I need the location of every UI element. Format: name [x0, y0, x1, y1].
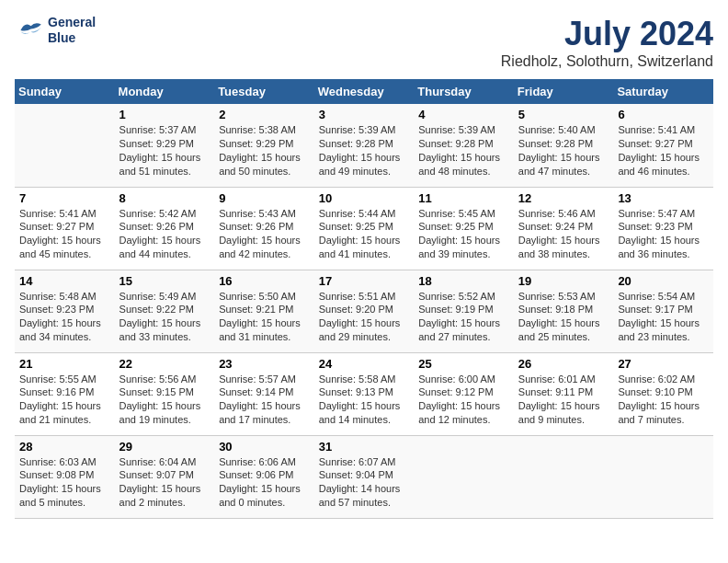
day-number: 21 — [19, 357, 110, 371]
day-number: 23 — [219, 357, 310, 371]
day-info: Sunrise: 5:39 AM Sunset: 9:28 PM Dayligh… — [319, 123, 410, 178]
day-number: 30 — [219, 440, 310, 454]
calendar-cell: 29Sunrise: 6:04 AM Sunset: 9:07 PM Dayli… — [115, 435, 215, 518]
day-info: Sunrise: 6:02 AM Sunset: 9:10 PM Dayligh… — [618, 373, 709, 427]
logo-icon — [15, 16, 44, 45]
main-title: July 2024 — [501, 15, 713, 53]
header-day: Tuesday — [214, 79, 314, 104]
header-row: SundayMondayTuesdayWednesdayThursdayFrid… — [15, 79, 713, 104]
day-info: Sunrise: 5:48 AM Sunset: 9:23 PM Dayligh… — [19, 290, 110, 344]
calendar-cell — [613, 435, 713, 518]
day-number: 14 — [19, 274, 110, 288]
day-number: 24 — [319, 357, 410, 371]
day-info: Sunrise: 5:57 AM Sunset: 9:14 PM Dayligh… — [219, 373, 310, 427]
day-number: 9 — [219, 191, 310, 205]
week-row: 14Sunrise: 5:48 AM Sunset: 9:23 PM Dayli… — [15, 270, 713, 352]
day-info: Sunrise: 6:01 AM Sunset: 9:11 PM Dayligh… — [518, 373, 609, 427]
day-number: 12 — [518, 191, 609, 205]
subtitle: Riedholz, Solothurn, Switzerland — [501, 53, 713, 70]
calendar-cell: 11Sunrise: 5:45 AM Sunset: 9:25 PM Dayli… — [414, 187, 514, 270]
calendar-cell: 18Sunrise: 5:52 AM Sunset: 9:19 PM Dayli… — [414, 270, 514, 352]
calendar-cell: 10Sunrise: 5:44 AM Sunset: 9:25 PM Dayli… — [314, 187, 415, 270]
day-number: 28 — [19, 440, 110, 454]
day-number: 5 — [518, 108, 609, 121]
calendar-cell: 28Sunrise: 6:03 AM Sunset: 9:08 PM Dayli… — [15, 435, 115, 518]
calendar-cell: 16Sunrise: 5:50 AM Sunset: 9:21 PM Dayli… — [214, 270, 314, 352]
calendar-cell: 8Sunrise: 5:42 AM Sunset: 9:26 PM Daylig… — [115, 187, 215, 270]
calendar-cell: 6Sunrise: 5:41 AM Sunset: 9:27 PM Daylig… — [613, 104, 713, 187]
calendar-cell: 13Sunrise: 5:47 AM Sunset: 9:23 PM Dayli… — [613, 187, 713, 270]
day-number: 1 — [119, 108, 210, 121]
day-number: 31 — [319, 440, 410, 454]
day-info: Sunrise: 6:07 AM Sunset: 9:04 PM Dayligh… — [319, 455, 410, 510]
calendar-cell: 27Sunrise: 6:02 AM Sunset: 9:10 PM Dayli… — [613, 352, 713, 435]
day-info: Sunrise: 6:03 AM Sunset: 9:08 PM Dayligh… — [19, 455, 110, 510]
day-info: Sunrise: 6:00 AM Sunset: 9:12 PM Dayligh… — [418, 373, 509, 427]
day-info: Sunrise: 5:39 AM Sunset: 9:28 PM Dayligh… — [418, 123, 509, 178]
day-info: Sunrise: 5:44 AM Sunset: 9:25 PM Dayligh… — [319, 207, 410, 261]
calendar-cell — [15, 104, 115, 187]
day-number: 6 — [618, 108, 709, 121]
header-day: Monday — [115, 79, 215, 104]
header-day: Friday — [514, 79, 614, 104]
day-number: 4 — [418, 108, 509, 121]
day-info: Sunrise: 5:42 AM Sunset: 9:26 PM Dayligh… — [119, 207, 210, 261]
day-info: Sunrise: 5:53 AM Sunset: 9:18 PM Dayligh… — [518, 290, 609, 344]
calendar-cell: 19Sunrise: 5:53 AM Sunset: 9:18 PM Dayli… — [514, 270, 614, 352]
week-row: 21Sunrise: 5:55 AM Sunset: 9:16 PM Dayli… — [15, 352, 713, 435]
day-number: 18 — [418, 274, 509, 288]
day-number: 10 — [319, 191, 410, 205]
calendar-cell: 3Sunrise: 5:39 AM Sunset: 9:28 PM Daylig… — [314, 104, 415, 187]
day-info: Sunrise: 5:37 AM Sunset: 9:29 PM Dayligh… — [119, 123, 210, 178]
day-info: Sunrise: 5:49 AM Sunset: 9:22 PM Dayligh… — [119, 290, 210, 344]
day-number: 17 — [319, 274, 410, 288]
day-number: 15 — [119, 274, 210, 288]
calendar-cell: 1Sunrise: 5:37 AM Sunset: 9:29 PM Daylig… — [115, 104, 215, 187]
day-number: 3 — [319, 108, 410, 121]
calendar-cell: 14Sunrise: 5:48 AM Sunset: 9:23 PM Dayli… — [15, 270, 115, 352]
day-info: Sunrise: 5:41 AM Sunset: 9:27 PM Dayligh… — [618, 123, 709, 178]
day-number: 2 — [219, 108, 310, 121]
day-info: Sunrise: 5:45 AM Sunset: 9:25 PM Dayligh… — [418, 207, 509, 261]
day-number: 7 — [19, 191, 110, 205]
day-number: 8 — [119, 191, 210, 205]
day-info: Sunrise: 5:41 AM Sunset: 9:27 PM Dayligh… — [19, 207, 110, 261]
day-number: 11 — [418, 191, 509, 205]
week-row: 28Sunrise: 6:03 AM Sunset: 9:08 PM Dayli… — [15, 435, 713, 518]
day-number: 20 — [618, 274, 709, 288]
header-day: Sunday — [15, 79, 115, 104]
calendar-cell: 31Sunrise: 6:07 AM Sunset: 9:04 PM Dayli… — [314, 435, 415, 518]
calendar-cell: 15Sunrise: 5:49 AM Sunset: 9:22 PM Dayli… — [115, 270, 215, 352]
calendar-cell: 22Sunrise: 5:56 AM Sunset: 9:15 PM Dayli… — [115, 352, 215, 435]
day-number: 29 — [119, 440, 210, 454]
header-day: Thursday — [414, 79, 514, 104]
day-number: 13 — [618, 191, 709, 205]
calendar-cell: 24Sunrise: 5:58 AM Sunset: 9:13 PM Dayli… — [314, 352, 415, 435]
calendar-cell: 9Sunrise: 5:43 AM Sunset: 9:26 PM Daylig… — [214, 187, 314, 270]
day-info: Sunrise: 5:40 AM Sunset: 9:28 PM Dayligh… — [518, 123, 609, 178]
calendar-cell: 5Sunrise: 5:40 AM Sunset: 9:28 PM Daylig… — [514, 104, 614, 187]
calendar-cell: 30Sunrise: 6:06 AM Sunset: 9:06 PM Dayli… — [214, 435, 314, 518]
day-number: 25 — [418, 357, 509, 371]
calendar-cell: 20Sunrise: 5:54 AM Sunset: 9:17 PM Dayli… — [613, 270, 713, 352]
day-info: Sunrise: 5:43 AM Sunset: 9:26 PM Dayligh… — [219, 207, 310, 261]
day-number: 22 — [119, 357, 210, 371]
day-info: Sunrise: 5:56 AM Sunset: 9:15 PM Dayligh… — [119, 373, 210, 427]
calendar-cell: 25Sunrise: 6:00 AM Sunset: 9:12 PM Dayli… — [414, 352, 514, 435]
day-info: Sunrise: 5:47 AM Sunset: 9:23 PM Dayligh… — [618, 207, 709, 261]
day-info: Sunrise: 5:58 AM Sunset: 9:13 PM Dayligh… — [319, 373, 410, 427]
logo-text: General Blue — [48, 15, 96, 46]
day-info: Sunrise: 5:51 AM Sunset: 9:20 PM Dayligh… — [319, 290, 410, 344]
day-number: 26 — [518, 357, 609, 371]
calendar-cell: 12Sunrise: 5:46 AM Sunset: 9:24 PM Dayli… — [514, 187, 614, 270]
calendar-cell — [514, 435, 614, 518]
calendar-cell — [414, 435, 514, 518]
title-area: July 2024 Riedholz, Solothurn, Switzerla… — [501, 15, 713, 70]
day-info: Sunrise: 5:55 AM Sunset: 9:16 PM Dayligh… — [19, 373, 110, 427]
day-number: 27 — [618, 357, 709, 371]
header-day: Saturday — [613, 79, 713, 104]
calendar-cell: 2Sunrise: 5:38 AM Sunset: 9:29 PM Daylig… — [214, 104, 314, 187]
calendar-cell: 21Sunrise: 5:55 AM Sunset: 9:16 PM Dayli… — [15, 352, 115, 435]
calendar-cell: 26Sunrise: 6:01 AM Sunset: 9:11 PM Dayli… — [514, 352, 614, 435]
header: General Blue July 2024 Riedholz, Solothu… — [15, 15, 713, 70]
